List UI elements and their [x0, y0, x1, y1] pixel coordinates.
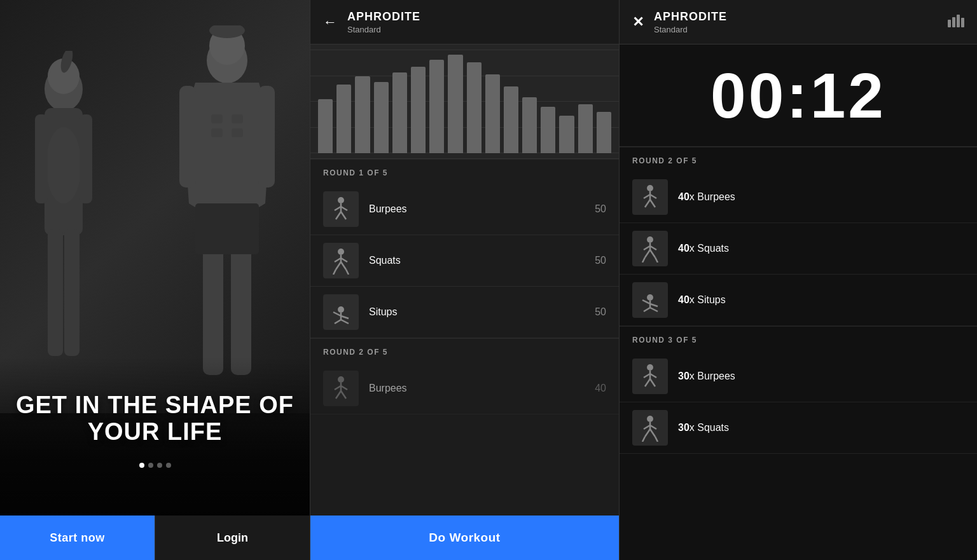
exercise-squats-r1-name: Squats	[369, 255, 585, 266]
timer-workout-type: Standard	[654, 25, 948, 34]
bar-16	[597, 112, 611, 153]
exercise-burpees-r1[interactable]: Burpees 50	[310, 184, 619, 235]
svg-rect-5	[48, 229, 63, 356]
bar-7	[429, 60, 444, 153]
timer-squats-r3[interactable]: 30x Squats	[620, 402, 977, 454]
timer-squats-r3-thumb	[632, 410, 668, 446]
bar-15	[578, 104, 593, 154]
exercise-squats-thumb	[323, 243, 359, 278]
svg-line-70	[650, 308, 658, 311]
svg-rect-15	[258, 86, 275, 188]
svg-point-71	[647, 364, 653, 371]
landing-bottom-bar: Start now Login	[0, 516, 310, 560]
svg-line-82	[642, 437, 645, 442]
svg-rect-3	[35, 114, 48, 203]
dot-1[interactable]	[139, 463, 144, 468]
dot-2[interactable]	[148, 463, 153, 468]
svg-line-80	[650, 425, 656, 429]
workout-name: APHRODITE	[347, 10, 606, 24]
workout-chart	[310, 44, 619, 159]
dot-3[interactable]	[157, 463, 162, 468]
timer-header-title: APHRODITE Standard	[654, 10, 948, 34]
hero-section: GET IN THE SHAPE OF YOUR LIFE	[0, 392, 310, 446]
timer-burpees-r3[interactable]: 30x Burpees	[620, 351, 977, 402]
workout-type: Standard	[347, 25, 606, 34]
svg-line-68	[650, 304, 658, 306]
svg-line-64	[655, 257, 658, 263]
svg-line-61	[645, 250, 650, 257]
svg-point-77	[647, 416, 653, 422]
svg-line-62	[642, 257, 645, 263]
svg-line-69	[644, 308, 650, 311]
bar-10	[485, 74, 500, 153]
do-workout-button[interactable]: Do Workout	[310, 516, 619, 560]
timer-exercise-list[interactable]: ROUND 2 OF 5 40x Burpees	[620, 147, 977, 560]
bar-13	[541, 107, 555, 153]
svg-line-25	[336, 212, 341, 219]
timer-burpees-r3-label: 30x Burpees	[678, 371, 964, 382]
timer-burpees-r3-thumb	[632, 359, 668, 394]
svg-point-57	[647, 236, 653, 243]
athlete-female	[13, 51, 114, 381]
exercise-squats-r1[interactable]: Squats 50	[310, 235, 619, 287]
chart-line-1	[310, 50, 619, 50]
timer-squats-r2[interactable]: 40x Squats	[620, 223, 977, 275]
svg-line-33	[341, 262, 346, 270]
timer-round-2-header: ROUND 2 OF 5	[620, 147, 977, 172]
timer-panel: ✕ APHRODITE Standard 00:12 ROUND 2 OF 5	[620, 0, 977, 560]
exercise-burpees-r2-partial[interactable]: Burpees 40	[310, 363, 619, 414]
svg-line-24	[341, 207, 347, 210]
svg-line-55	[645, 200, 650, 207]
workout-exercise-list[interactable]: ROUND 1 OF 5 Burpees 50	[310, 159, 619, 516]
bar-14	[559, 116, 574, 153]
athletes-background	[0, 0, 310, 413]
timer-display: 00:12	[620, 44, 977, 147]
svg-line-34	[346, 270, 349, 275]
svg-line-56	[650, 200, 655, 207]
svg-point-2	[46, 127, 81, 203]
svg-point-21	[338, 197, 344, 203]
svg-line-76	[650, 379, 655, 386]
svg-line-23	[335, 207, 341, 210]
svg-rect-49	[957, 15, 960, 27]
svg-line-59	[644, 246, 650, 250]
athlete-male	[163, 25, 291, 394]
bar-6	[411, 67, 426, 153]
svg-point-65	[647, 294, 653, 301]
svg-line-53	[644, 195, 650, 198]
svg-line-46	[341, 391, 346, 399]
timer-situps-r2[interactable]: 40x Situps	[620, 275, 977, 326]
svg-rect-18	[195, 203, 259, 254]
exercise-situps-thumb	[323, 294, 359, 330]
svg-rect-12	[211, 128, 223, 137]
exercise-situps-r1[interactable]: Situps 50	[310, 287, 619, 338]
svg-point-41	[338, 376, 344, 383]
start-now-button[interactable]: Start now	[0, 516, 155, 560]
bar-9	[467, 62, 482, 153]
timer-situps-r2-label: 40x Situps	[678, 294, 964, 306]
svg-line-32	[333, 270, 336, 275]
svg-line-38	[341, 316, 349, 318]
bar-2	[336, 85, 351, 154]
svg-line-67	[642, 300, 650, 304]
timer-burpees-r2[interactable]: 40x Burpees	[620, 172, 977, 223]
close-button[interactable]: ✕	[632, 14, 644, 31]
bar-5	[392, 72, 407, 153]
login-button[interactable]: Login	[155, 516, 310, 560]
timer-situps-r2-thumb	[632, 282, 668, 318]
svg-rect-48	[952, 17, 955, 27]
timer-squats-r3-label: 30x Squats	[678, 422, 964, 434]
bar-4	[374, 82, 389, 153]
timer-squats-r2-thumb	[632, 231, 668, 266]
dot-4[interactable]	[166, 463, 171, 468]
timer-round-3-label: ROUND 3 OF 5	[632, 336, 697, 345]
workout-detail-panel: ← APHRODITE Standard	[310, 0, 620, 560]
timer-burpees-r2-thumb	[632, 179, 668, 215]
svg-line-81	[645, 429, 650, 437]
stats-icon[interactable]	[948, 13, 964, 31]
back-button[interactable]: ←	[323, 14, 337, 31]
workout-header-title: APHRODITE Standard	[347, 10, 606, 34]
svg-line-73	[644, 374, 650, 378]
timer-workout-name: APHRODITE	[654, 10, 948, 24]
svg-rect-47	[948, 20, 951, 27]
